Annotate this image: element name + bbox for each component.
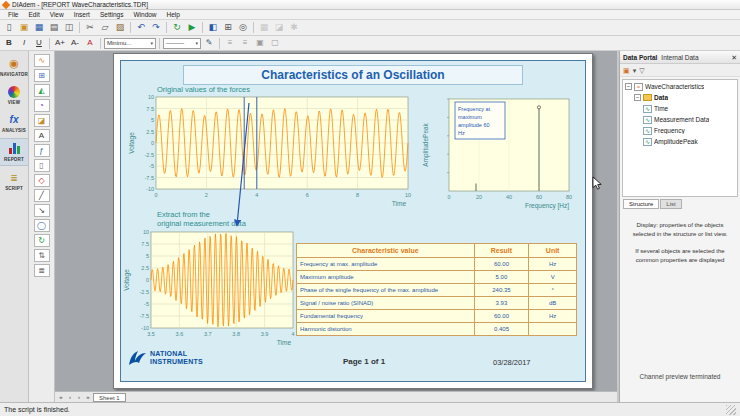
characteristic-result: 60.00 <box>474 310 529 323</box>
menu-file[interactable]: File <box>3 11 23 18</box>
copy-icon[interactable]: ▱ <box>98 21 112 34</box>
cut-icon[interactable]: ✂ <box>83 21 97 34</box>
report-icon <box>5 141 23 156</box>
collapse-icon[interactable]: − <box>634 94 641 101</box>
main-area: ◉NAVIGATORVIEWfxANALYSISREPORT≣SCRIPT ∿⊞… <box>0 51 740 402</box>
toolbar-separator <box>202 22 203 33</box>
align-left-button: ≡ <box>223 37 237 50</box>
menu-edit[interactable]: Edit <box>23 11 44 18</box>
chart-original-forces[interactable]: -10-7.5-5-2.502.557.5100246810TimeVoltag… <box>126 93 418 215</box>
font-color-button[interactable]: A <box>83 37 97 50</box>
image-icon[interactable]: ◪ <box>34 114 50 127</box>
svg-text:10: 10 <box>405 192 411 198</box>
polar-plot-icon[interactable]: ◔ <box>34 99 50 112</box>
data-portal-subtitle[interactable]: Internal Data <box>661 54 698 61</box>
svg-text:3.5: 3.5 <box>147 331 155 337</box>
chart-extract[interactable]: -10-7.5-5-2.502.557.5103.53.63.73.83.94T… <box>121 228 303 352</box>
sidebar-item-navigator[interactable]: ◉NAVIGATOR <box>0 54 28 80</box>
sidebar-item-label: NAVIGATOR <box>0 72 28 77</box>
tree-item-data[interactable]: −Data <box>623 92 737 103</box>
tree-item-time[interactable]: ∿Time <box>623 103 737 114</box>
resize-grip-icon[interactable] <box>726 405 736 415</box>
tree-item-measurement-data[interactable]: ∿Measurement Data <box>623 114 737 125</box>
svg-text:40: 40 <box>506 194 512 200</box>
paste-icon[interactable]: ▨ <box>113 21 127 34</box>
grid-icon[interactable]: ⊞ <box>221 21 235 34</box>
formula-icon[interactable]: ƒ <box>34 144 50 157</box>
data-portal-header: Data Portal Internal Data ✕ <box>620 51 740 64</box>
sheet-nav-icon-0[interactable]: « <box>57 394 65 400</box>
close-icon[interactable]: ✕ <box>731 54 737 61</box>
sheet-nav-icon-1[interactable]: ‹ <box>66 394 74 400</box>
sidebar-item-report[interactable]: REPORT <box>0 138 28 166</box>
table-object-icon[interactable]: ⊞ <box>34 69 50 82</box>
undo-icon[interactable]: ↶ <box>134 21 148 34</box>
font-decrease-button[interactable]: A- <box>68 37 82 50</box>
menu-help[interactable]: Help <box>162 11 185 18</box>
report-bars-icon <box>9 143 20 154</box>
menu-view[interactable]: View <box>45 11 69 18</box>
tree-item-wavecharacteristics[interactable]: −≈WaveCharacteristics <box>623 81 737 92</box>
object-combo[interactable]: Minimu...▾ <box>104 38 156 49</box>
underline-button[interactable]: U <box>32 37 46 50</box>
tree-item-amplitudepeak[interactable]: ∿AmplitudePeak <box>623 136 737 147</box>
new-file-icon[interactable]: ▯ <box>2 21 16 34</box>
sidebar-item-view[interactable]: VIEW <box>0 82 28 108</box>
sheet-tab-sheet-1[interactable]: Sheet 1 <box>93 393 126 402</box>
sheet-nav-icon-2[interactable]: › <box>75 394 83 400</box>
characteristics-table[interactable]: Characteristic valueResultUnitFrequency … <box>296 243 577 336</box>
sidebar-item-script[interactable]: ≣SCRIPT <box>0 168 28 194</box>
tree-item-frequency[interactable]: ∿Frequency <box>623 125 737 136</box>
shape-icon[interactable]: ◇ <box>34 174 50 187</box>
zoom-icon[interactable]: ◎ <box>236 21 250 34</box>
sidebar-item-analysis[interactable]: fxANALYSIS <box>0 110 28 136</box>
print-icon[interactable]: ▤ <box>47 21 61 34</box>
print-preview-icon[interactable]: ◫ <box>62 21 76 34</box>
italic-button[interactable]: I <box>17 37 31 50</box>
report-date[interactable]: 03/28/2017 <box>493 358 531 367</box>
save-icon[interactable]: ▦ <box>32 21 46 34</box>
run-icon[interactable]: ▶ <box>185 21 199 34</box>
chevron-down-icon: ▾ <box>195 40 198 46</box>
report-title[interactable]: Characteristics of an Oscillation <box>183 65 523 85</box>
ni-logo: NATIONAL INSTRUMENTS <box>127 350 203 366</box>
axes-3d-icon[interactable]: ◭ <box>34 84 50 97</box>
collapse-icon[interactable]: − <box>625 83 632 90</box>
line-color-button[interactable]: ✎ <box>202 37 216 50</box>
toolbar-separator <box>219 38 220 49</box>
line-style-combo[interactable]: ———▾ <box>163 38 201 49</box>
table-row: Signal / noise ratio (SINAD)3.93dB <box>297 297 577 310</box>
ni-brand-line1: NATIONAL <box>150 350 203 358</box>
characteristic-result: 240.35 <box>474 284 529 297</box>
line-icon[interactable]: ╱ <box>34 189 50 202</box>
layers-icon[interactable]: ≣ <box>34 264 50 277</box>
page-icon[interactable]: ▯ <box>34 159 50 172</box>
chart-extract-caption-line1[interactable]: Extract from the <box>157 210 210 219</box>
tab-structure[interactable]: Structure <box>623 199 659 209</box>
refresh-report-icon[interactable]: ↻ <box>34 234 50 247</box>
arrow-icon[interactable]: ↘ <box>34 204 50 217</box>
report-canvas[interactable]: Characteristics of an Oscillation Origin… <box>55 51 617 402</box>
bold-button[interactable]: B <box>2 37 16 50</box>
new-layout-icon[interactable]: ◧ <box>206 21 220 34</box>
axes-2d-icon[interactable]: ∿ <box>34 54 50 67</box>
menu-window[interactable]: Window <box>128 11 161 18</box>
chart-extract-caption-line2[interactable]: original measurement data <box>157 219 246 228</box>
refresh-icon[interactable]: ↻ <box>170 21 184 34</box>
open-icon[interactable]: ▣ <box>17 21 31 34</box>
dropdown-icon[interactable]: ▾ <box>633 67 637 74</box>
sheet-nav-icon-3[interactable]: » <box>84 394 92 400</box>
menu-settings[interactable]: Settings <box>95 11 129 18</box>
internal-data-icon[interactable]: ▣ <box>623 67 630 74</box>
font-increase-button[interactable]: A+ <box>53 37 67 50</box>
redo-icon[interactable]: ↷ <box>149 21 163 34</box>
reorder-icon[interactable]: ⇅ <box>34 249 50 262</box>
chart-fft-spectrum[interactable]: Frequency atmaximumamplitude 60Hz0204060… <box>419 93 581 217</box>
tab-list[interactable]: List <box>660 199 681 209</box>
filter-icon[interactable]: ▽ <box>639 67 644 74</box>
ellipse-icon[interactable]: ◯ <box>34 219 50 232</box>
text-icon[interactable]: A <box>34 129 50 142</box>
svg-text:3.7: 3.7 <box>204 331 212 337</box>
menu-insert[interactable]: Insert <box>69 11 95 18</box>
characteristic-result: 3.93 <box>474 297 529 310</box>
